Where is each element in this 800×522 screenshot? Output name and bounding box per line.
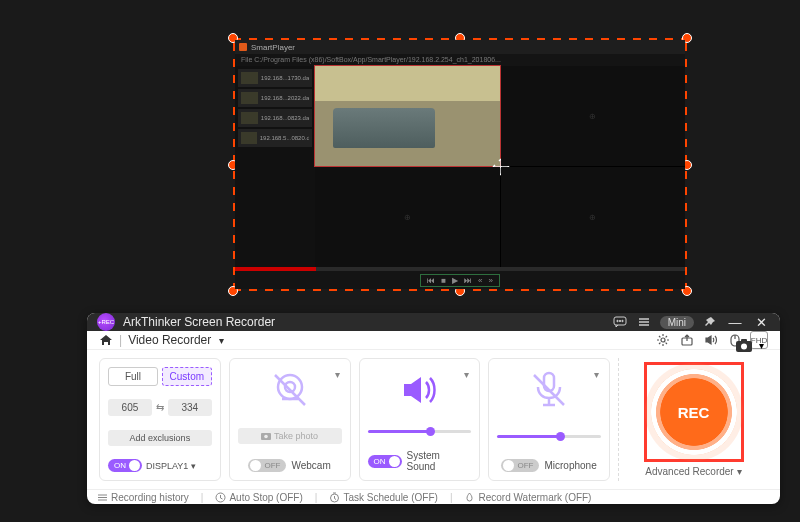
prev-icon[interactable]: ⏮ [427, 276, 435, 285]
full-screen-button[interactable]: Full [108, 367, 158, 386]
fast-icon[interactable]: » [488, 276, 492, 285]
mic-toggle[interactable]: OFF [501, 459, 539, 472]
share-icon[interactable] [678, 331, 696, 349]
webcam-dropdown-icon[interactable]: ▾ [335, 369, 340, 380]
webcam-label: Webcam [291, 460, 330, 471]
record-column: ▾ REC Advanced Recorder▾ [618, 358, 768, 481]
region-card: Full Custom 605 ⇆ 334 Add exclusions ON … [99, 358, 221, 481]
display-toggle[interactable]: ON [108, 459, 142, 472]
recording-history-button[interactable]: Recording history [97, 492, 189, 503]
svg-point-7 [278, 375, 302, 399]
display-select[interactable]: DISPLAY1 ▾ [146, 461, 196, 471]
stop-icon[interactable]: ■ [441, 276, 446, 285]
next-icon[interactable]: ⏭ [464, 276, 472, 285]
player-title-text: SmartPlayer [251, 43, 295, 52]
pin-icon[interactable] [702, 314, 718, 330]
menu-icon[interactable] [636, 314, 652, 330]
recorder-panel: +REC ArkThinker Screen Recorder Mini — ✕… [87, 313, 780, 504]
lock-ratio-icon[interactable]: ⇆ [156, 402, 164, 413]
home-icon[interactable] [99, 333, 113, 347]
mode-dropdown-icon[interactable]: ▾ [219, 335, 224, 346]
recorder-subheader: | Video Recorder ▾ FHD [87, 331, 780, 350]
video-quad-1[interactable] [315, 66, 500, 166]
svg-point-1 [616, 320, 617, 321]
player-logo-icon [239, 43, 247, 51]
advanced-recorder-button[interactable]: Advanced Recorder▾ [645, 466, 741, 477]
app-title: ArkThinker Screen Recorder [123, 315, 275, 329]
height-input[interactable]: 334 [168, 399, 212, 416]
custom-region-button[interactable]: Custom [162, 367, 212, 386]
snapshot-dropdown-icon[interactable]: ▾ [759, 340, 764, 351]
sound-slider[interactable] [368, 430, 472, 433]
microphone-icon [526, 367, 572, 413]
mic-label: Microphone [544, 460, 596, 471]
settings-icon[interactable] [654, 331, 672, 349]
svg-point-10 [264, 435, 268, 439]
list-item[interactable]: 192.168.5...0820.dav [238, 129, 312, 147]
sound-dropdown-icon[interactable]: ▾ [464, 369, 469, 380]
record-button[interactable]: REC [651, 369, 737, 455]
svg-point-13 [741, 343, 747, 349]
list-item[interactable]: 192.168...2022.dav [238, 89, 312, 107]
width-input[interactable]: 605 [108, 399, 152, 416]
minimize-button[interactable]: — [726, 315, 744, 330]
video-quad-4[interactable]: ⊕ [501, 167, 686, 267]
webcam-icon [267, 367, 313, 413]
play-icon[interactable]: ▶ [452, 276, 458, 285]
video-player-window: SmartPlayer File C:/Program Files (x86)/… [235, 40, 685, 289]
player-titlebar[interactable]: SmartPlayer [235, 40, 685, 54]
mic-slider[interactable] [497, 435, 601, 438]
svg-rect-14 [741, 339, 747, 342]
svg-point-2 [619, 320, 620, 321]
recorder-footer: Recording history | Auto Stop (OFF) | Ta… [87, 489, 780, 504]
player-file-path: File C:/Program Files (x86)/SoftBox/App/… [235, 54, 685, 66]
system-sound-card: ▾ ON System Sound [359, 358, 481, 481]
list-item[interactable]: 192.168...0823.dav [238, 109, 312, 127]
feedback-icon[interactable] [612, 314, 628, 330]
auto-stop-button[interactable]: Auto Stop (OFF) [215, 492, 302, 503]
list-item[interactable]: 192.168...1730.dav [238, 69, 312, 87]
volume-icon[interactable] [702, 331, 720, 349]
add-exclusions-button[interactable]: Add exclusions [108, 430, 212, 446]
player-progress-bar[interactable] [235, 267, 685, 271]
player-quad-view: ⊕ ⊕ ⊕ [315, 66, 685, 267]
recorder-titlebar[interactable]: +REC ArkThinker Screen Recorder Mini — ✕ [87, 313, 780, 331]
record-highlight: REC [644, 362, 744, 462]
mic-dropdown-icon[interactable]: ▾ [594, 369, 599, 380]
video-quad-3[interactable]: ⊕ [315, 167, 500, 267]
snapshot-icon[interactable] [735, 336, 753, 354]
mini-mode-button[interactable]: Mini [660, 316, 694, 329]
slow-icon[interactable]: « [478, 276, 482, 285]
app-logo-icon: +REC [97, 313, 115, 331]
webcam-card: ▾ Take photo OFF Webcam [229, 358, 351, 481]
mode-title: Video Recorder [128, 333, 211, 347]
sound-toggle[interactable]: ON [368, 455, 402, 468]
take-photo-button[interactable]: Take photo [238, 428, 342, 444]
speaker-icon [396, 367, 442, 413]
video-quad-2[interactable]: ⊕ [501, 66, 686, 166]
capture-selection[interactable]: SmartPlayer File C:/Program Files (x86)/… [231, 36, 689, 293]
sound-label: System Sound [407, 450, 472, 472]
svg-point-3 [621, 320, 622, 321]
watermark-button[interactable]: Record Watermark (OFF) [464, 492, 591, 503]
player-controls: ⏮ ■ ▶ ⏭ « » [235, 271, 685, 289]
close-button[interactable]: ✕ [752, 315, 770, 330]
svg-point-4 [661, 338, 665, 342]
task-schedule-button[interactable]: Task Schedule (OFF) [329, 492, 437, 503]
player-playlist[interactable]: 192.168...1730.dav 192.168...2022.dav 19… [235, 66, 315, 267]
webcam-toggle[interactable]: OFF [248, 459, 286, 472]
microphone-card: ▾ OFF Microphone [488, 358, 610, 481]
